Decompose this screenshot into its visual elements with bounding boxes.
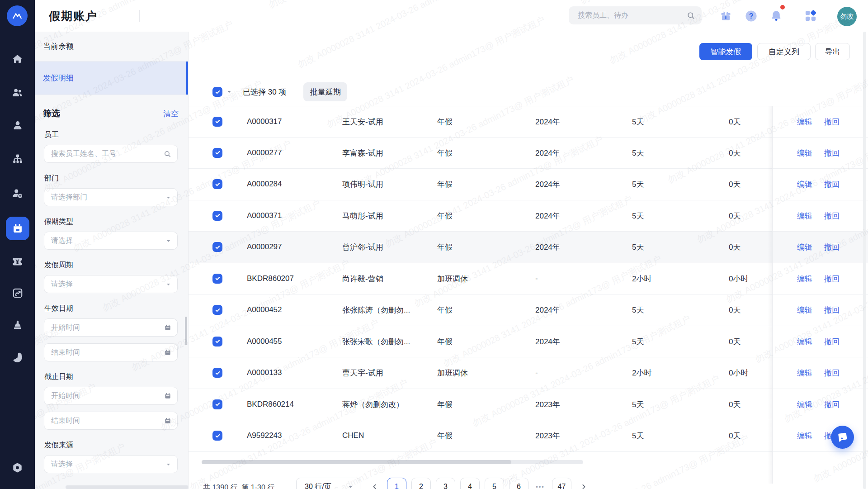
row-checkbox[interactable]: [212, 368, 222, 378]
stamp-icon[interactable]: [0, 313, 35, 337]
page-size-select[interactable]: 30 行/页: [296, 478, 360, 489]
next-page-button[interactable]: [576, 478, 591, 489]
withdraw-link[interactable]: 撤回: [824, 242, 840, 252]
cycle-cell: 2024年: [535, 116, 560, 127]
edit-link[interactable]: 编辑: [797, 399, 812, 409]
row-checkbox[interactable]: [212, 148, 222, 158]
batch-extend-button[interactable]: 批量延期: [303, 82, 347, 101]
leave-calendar-icon-active[interactable]: [6, 217, 29, 240]
edit-link[interactable]: 编辑: [797, 431, 812, 441]
apps-grid-icon[interactable]: [802, 8, 819, 24]
withdraw-link[interactable]: 撤回: [824, 305, 840, 315]
row-checkbox[interactable]: [212, 211, 222, 221]
sidebar-item-current-balance[interactable]: 当前余额: [35, 32, 188, 62]
table-row[interactable]: BKDR860207 尚许毅-营销 加班调休 - 2小时 0小时 编辑 撤回: [189, 263, 868, 295]
panel-scrollbar-thumb[interactable]: [185, 317, 187, 345]
page-button-3[interactable]: 3: [436, 478, 455, 489]
table-row[interactable]: A9592243 CHEN 年假 2023年 5天 0天 编辑 撤回: [189, 420, 868, 452]
assistant-chat-button[interactable]: [831, 426, 854, 449]
table-row[interactable]: A0000297 曾沪邻-试用 年假 2024年 5天 0天 编辑 撤回: [189, 232, 868, 263]
leave-table: A0000317 王天安-试用 年假 2024年 5天 0天 编辑 撤回 A00…: [189, 106, 868, 452]
employee-search-input[interactable]: 搜索员工姓名、工号: [44, 145, 178, 163]
person-add-icon[interactable]: [0, 181, 35, 205]
edit-link[interactable]: 编辑: [797, 116, 812, 127]
person-icon[interactable]: [0, 114, 35, 137]
row-checkbox[interactable]: [212, 274, 222, 284]
withdraw-link[interactable]: 撤回: [824, 210, 840, 221]
issue-cycle-select[interactable]: 请选择: [44, 275, 178, 293]
performance-chart-icon[interactable]: [0, 281, 35, 305]
edit-link[interactable]: 编辑: [797, 336, 812, 347]
leave-type-filter-label: 假期类型: [44, 217, 188, 227]
withdraw-link[interactable]: 撤回: [824, 116, 840, 127]
edit-link[interactable]: 编辑: [797, 368, 812, 378]
effective-date-start-input[interactable]: 开始时间: [44, 318, 178, 337]
help-icon[interactable]: ?: [743, 8, 759, 24]
gift-icon[interactable]: [717, 8, 734, 24]
select-all-checkbox[interactable]: [212, 87, 222, 97]
table-row[interactable]: A0000455 张张宋歌（勿删勿... 年假 2024年 5天 0天 编辑 撤…: [189, 326, 868, 358]
user-avatar[interactable]: 勿改: [837, 7, 857, 26]
select-menu-caret-icon[interactable]: [226, 89, 232, 95]
leave-type-select[interactable]: 请选择: [44, 232, 178, 250]
effective-date-end-input[interactable]: 结束时间: [44, 343, 178, 361]
edit-link[interactable]: 编辑: [797, 147, 812, 158]
edit-link[interactable]: 编辑: [797, 242, 812, 252]
panel-horizontal-scrollbar[interactable]: [66, 485, 189, 489]
clear-filters-link[interactable]: 清空: [163, 109, 179, 119]
table-row[interactable]: A0000371 马萌彤-试用 年假 2024年 5天 0天 编辑 撤回: [189, 200, 868, 232]
active-indicator: [186, 62, 188, 95]
withdraw-link[interactable]: 撤回: [824, 273, 840, 284]
home-icon[interactable]: [0, 47, 35, 71]
table-row[interactable]: A0000452 张张陈涛（勿删勿... 年假 2024年 5天 0天 编辑 撤…: [189, 294, 868, 326]
page-vertical-scrollbar[interactable]: [863, 32, 866, 489]
team-icon[interactable]: [0, 81, 35, 104]
withdraw-link[interactable]: 撤回: [824, 336, 840, 347]
table-row[interactable]: A0000133 曹天宇-试用 加班调休 - 2小时 0小时 编辑 撤回: [189, 357, 868, 389]
issue-source-select[interactable]: 请选择: [44, 455, 178, 473]
scrollbar-thumb[interactable]: [202, 460, 511, 464]
withdraw-link[interactable]: 撤回: [824, 399, 840, 409]
employee-name-cell: 马萌彤-试用: [342, 210, 383, 221]
deadline-date-start-input[interactable]: 开始时间: [44, 387, 178, 405]
row-checkbox[interactable]: [212, 305, 222, 315]
edit-link[interactable]: 编辑: [797, 273, 812, 284]
page-button-5[interactable]: 5: [485, 478, 504, 489]
pie-report-icon[interactable]: [0, 346, 35, 369]
row-checkbox[interactable]: [212, 242, 222, 252]
withdraw-link[interactable]: 撤回: [824, 147, 840, 158]
row-checkbox[interactable]: [212, 431, 222, 441]
page-button-4[interactable]: 4: [460, 478, 480, 489]
edit-link[interactable]: 编辑: [797, 210, 812, 221]
table-row[interactable]: A0000284 项伟明-试用 年假 2024年 5天 0天 编辑 撤回: [189, 169, 868, 200]
salary-ticket-icon[interactable]: [0, 250, 35, 273]
withdraw-link[interactable]: 撤回: [824, 179, 840, 190]
row-checkbox[interactable]: [212, 179, 222, 189]
global-search-input[interactable]: 搜索员工、待办: [569, 6, 702, 24]
prev-page-button[interactable]: [368, 478, 382, 489]
page-button-1[interactable]: 1: [387, 478, 406, 489]
export-button[interactable]: 导出: [815, 43, 850, 60]
edit-link[interactable]: 编辑: [797, 179, 812, 190]
app-logo[interactable]: [7, 5, 28, 26]
customize-columns-button[interactable]: 自定义列: [757, 43, 811, 60]
table-row[interactable]: A0000277 李富森-试用 年假 2024年 5天 0天 编辑 撤回: [189, 138, 868, 169]
sidebar-item-leave-detail[interactable]: 发假明细: [35, 62, 188, 95]
page-button-6[interactable]: 6: [509, 478, 528, 489]
department-select[interactable]: 请选择部门: [44, 188, 178, 206]
page-button-2[interactable]: 2: [411, 478, 431, 489]
org-chart-icon[interactable]: [0, 147, 35, 171]
table-row[interactable]: BKDR860214 蒋烨（勿删勿改） 年假 2023年 5天 0天 编辑 撤回: [189, 389, 868, 421]
page-button-47[interactable]: 47: [552, 478, 571, 489]
edit-link[interactable]: 编辑: [797, 305, 812, 315]
withdraw-link[interactable]: 撤回: [824, 368, 840, 378]
row-checkbox[interactable]: [212, 117, 222, 127]
table-horizontal-scrollbar[interactable]: [202, 460, 583, 464]
deadline-date-end-input[interactable]: 结束时间: [44, 412, 178, 430]
row-checkbox[interactable]: [212, 337, 222, 347]
row-checkbox[interactable]: [212, 399, 222, 409]
header-divider: [139, 10, 140, 22]
settings-icon[interactable]: [0, 456, 35, 480]
smart-issue-button[interactable]: 智能发假: [699, 43, 752, 60]
table-row[interactable]: A0000317 王天安-试用 年假 2024年 5天 0天 编辑 撤回: [189, 106, 868, 138]
